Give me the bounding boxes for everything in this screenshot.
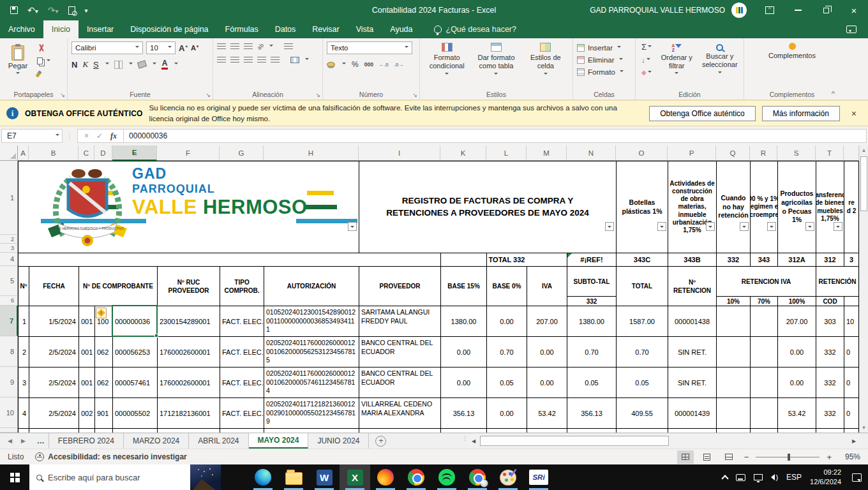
zoom-out-button[interactable]: −	[742, 452, 751, 462]
dialog-launcher-icon[interactable]: ↘	[206, 92, 211, 98]
row-header-8[interactable]: 8	[0, 336, 18, 367]
cell-partial-row[interactable]	[486, 428, 527, 433]
language-indicator[interactable]: ESP	[786, 473, 802, 482]
format-as-table-button[interactable]: Dar formato como tabla	[473, 43, 519, 77]
autofilter-dropdown-icon[interactable]	[805, 222, 814, 231]
borders-icon[interactable]	[114, 61, 123, 69]
touch-keyboard-icon[interactable]	[736, 474, 745, 481]
dialog-launcher-icon[interactable]: ↘	[412, 92, 417, 98]
cell-K10[interactable]: 356.13	[440, 397, 486, 428]
row-header-2[interactable]: 2	[0, 235, 18, 244]
cell-B9[interactable]: 2/5/2024	[29, 367, 79, 397]
taskbar-explorer-icon[interactable]	[278, 464, 309, 490]
cell-F10[interactable]: 1712182136001	[157, 397, 220, 428]
cell-partial-row[interactable]	[18, 428, 29, 433]
menu-tab-datos[interactable]: Datos	[267, 20, 304, 38]
cell-partial-row[interactable]	[94, 428, 112, 433]
column-header-I[interactable]: I	[359, 145, 440, 161]
column-header-D[interactable]: D	[94, 145, 112, 161]
cell-M10[interactable]: 53.42	[527, 397, 567, 428]
name-box[interactable]: E7	[1, 129, 63, 143]
dialog-launcher-icon[interactable]: ↘	[60, 92, 65, 98]
cell-P8[interactable]: SIN RET.	[668, 336, 716, 367]
cell-K7[interactable]: 1380.00	[440, 306, 486, 336]
format-cells-button[interactable]: Formato	[577, 66, 631, 78]
percent-style-button[interactable]: %	[352, 60, 359, 69]
tell-me-search[interactable]: ¿Qué desea hacer?	[434, 20, 517, 38]
menu-tab-vista[interactable]: Vista	[348, 20, 382, 38]
cell-partial-row[interactable]	[750, 428, 777, 433]
cell-G9[interactable]: FACT. ELEC.	[220, 367, 264, 397]
formula-input[interactable]: 000000036	[124, 129, 867, 143]
menu-tab-fórmulas[interactable]: Fórmulas	[217, 20, 267, 38]
cell-C9[interactable]: 001	[79, 367, 94, 397]
report-title-cell[interactable]: REGISTRO DE FACTURAS DE COMPRA Y RETENCI…	[359, 161, 616, 253]
row4-code-343b[interactable]: 343B	[668, 253, 716, 266]
row-header-partial[interactable]	[0, 428, 18, 433]
align-middle-icon[interactable]	[230, 43, 239, 50]
header-cod-partial[interactable]	[844, 296, 859, 306]
menu-tab-archivo[interactable]: Archivo	[0, 20, 43, 38]
cell-H9[interactable]: 0205202401176000260000120010620000574611…	[264, 367, 359, 397]
sheet-tab-junio-2024[interactable]: JUNIO 2024	[308, 433, 369, 449]
row-header-4[interactable]: 4	[0, 253, 18, 266]
header-num[interactable]: Nº	[18, 266, 29, 306]
cell-O9[interactable]: 0.05	[616, 367, 668, 397]
news-weather-icon[interactable]	[190, 464, 221, 490]
taskbar-firefox-icon[interactable]	[370, 464, 401, 490]
sheet-tab-marzo-2024[interactable]: MARZO 2024	[124, 433, 189, 449]
col-header-cuando-no-hay-retencion[interactable]: Cuando no hay retención	[716, 161, 750, 253]
cell-partial-row[interactable]	[112, 428, 157, 433]
cell-S8[interactable]: 0.00	[777, 336, 816, 367]
cell-I8[interactable]: BANCO CENTRAL DEL ECUADOR	[359, 336, 440, 367]
cell-E10[interactable]: 000005502	[112, 397, 157, 428]
cell-A9[interactable]: 3	[18, 367, 29, 397]
row4-code-332[interactable]: 332	[716, 253, 750, 266]
autofilter-dropdown-icon[interactable]	[834, 222, 842, 231]
header-subtotal-code[interactable]: 332	[567, 296, 616, 306]
cell-partial-row[interactable]	[816, 428, 844, 433]
row4-total-332[interactable]: TOTAL 332	[486, 253, 527, 266]
cell-S7[interactable]: 207.00	[777, 306, 816, 336]
orientation-icon[interactable]	[256, 42, 265, 51]
font-name-combo[interactable]: Calibri	[71, 41, 143, 54]
cell-P9[interactable]: SIN RET.	[668, 367, 716, 397]
cell-partial-row[interactable]	[359, 428, 440, 433]
cell-Q9[interactable]	[716, 367, 750, 397]
paste-button[interactable]: Pegar	[4, 45, 32, 76]
cell-N10[interactable]: 356.13	[567, 397, 616, 428]
italic-button[interactable]: K	[82, 59, 88, 70]
scroll-down-icon[interactable]: ▼	[860, 423, 868, 433]
cell-partial-row[interactable]	[220, 428, 264, 433]
align-bottom-icon[interactable]	[244, 43, 253, 50]
column-header-partial[interactable]	[844, 145, 859, 161]
grow-font-button[interactable]: A▴	[179, 43, 188, 53]
column-header-N[interactable]: N	[567, 145, 616, 161]
decrease-indent-icon[interactable]	[257, 57, 266, 63]
cell-O7[interactable]: 1587.00	[616, 306, 668, 336]
header-cod[interactable]: COD	[816, 296, 844, 306]
cell-H10[interactable]: 0205202401171218213600120029010000055021…	[264, 397, 359, 428]
cell-T9[interactable]: 332	[816, 367, 844, 397]
cell-A10[interactable]: 4	[18, 397, 29, 428]
taskbar-excel-icon[interactable]: X	[340, 464, 370, 490]
find-select-button[interactable]: Buscar y seleccionar	[700, 44, 740, 75]
column-header-M[interactable]: M	[527, 145, 567, 161]
col-header-partial[interactable]: re d 2	[844, 161, 859, 253]
cell-partial-row[interactable]	[264, 428, 359, 433]
header-retencion-iva[interactable]: RETENCION IVA	[716, 266, 816, 296]
align-center-icon[interactable]	[230, 57, 239, 63]
more-info-button[interactable]: Más información	[762, 106, 840, 121]
cell-R7[interactable]	[750, 306, 777, 336]
header-proveedor[interactable]: PROVEEDOR	[359, 266, 440, 306]
cell-partial-row[interactable]	[668, 428, 716, 433]
bold-button[interactable]: N	[71, 60, 77, 70]
cell-D10[interactable]: 901	[94, 397, 112, 428]
cell-partial-row[interactable]	[777, 428, 816, 433]
cell-B7[interactable]: 1/5/2024	[29, 306, 79, 336]
cancel-icon[interactable]: ×	[84, 131, 89, 140]
align-top-icon[interactable]	[217, 43, 226, 50]
cell-I7[interactable]: SARITAMA LALANGUI FREDDY PAUL	[359, 306, 440, 336]
cell-9[interactable]: 0	[844, 367, 859, 397]
cell-E9[interactable]: 000057461	[112, 367, 157, 397]
